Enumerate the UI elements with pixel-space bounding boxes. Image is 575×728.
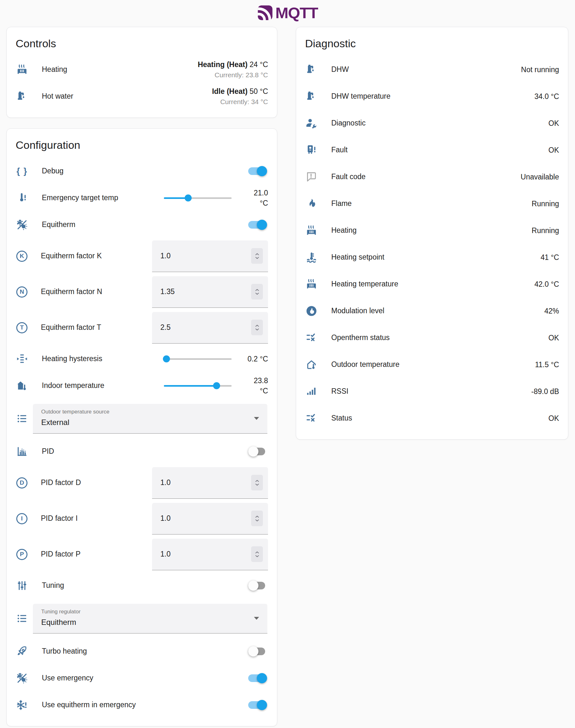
number-stepper[interactable] <box>251 511 263 526</box>
diagnostic-row-heating-temperature[interactable]: Heating temperature42.0 °C <box>305 271 559 298</box>
diagnostic-row-fault[interactable]: FaultOK <box>305 137 559 163</box>
row-label: PID factor I <box>41 514 152 523</box>
pid-factor-i-input[interactable]: 1.0 <box>152 503 268 535</box>
toggle-thumb <box>248 581 259 591</box>
diagnostic-row-fault-code[interactable]: Fault codeUnavailable <box>305 163 559 190</box>
climate-target-temp: 50 °C <box>247 87 268 96</box>
equitherm-factor-t-value: 2.5 <box>160 323 251 332</box>
diagnostic-row-heating-setpoint[interactable]: Heating setpoint41 °C <box>305 244 559 271</box>
heating-hysteresis-value: 0.2 °C <box>236 354 268 364</box>
radiator-icon <box>305 278 318 290</box>
number-stepper[interactable] <box>251 475 263 490</box>
slider-track <box>164 358 232 360</box>
row-label: Opentherm status <box>331 333 548 342</box>
opentherm-status-value: OK <box>548 334 559 342</box>
number-stepper[interactable] <box>251 546 263 562</box>
diagnostic-row-outdoor-temperature[interactable]: Outdoor temperature11.5 °C <box>305 351 559 378</box>
heating-temperature-value: 42.0 °C <box>534 280 559 289</box>
equitherm-factor-k-input[interactable]: 1.0 <box>152 241 268 272</box>
controls-card-title: Controls <box>15 37 268 50</box>
row-label: Use emergency <box>42 674 248 683</box>
diagnostic-row-flame[interactable]: FlameRunning <box>305 190 559 217</box>
diagnostic-row-diagnostic[interactable]: DiagnosticOK <box>305 110 559 137</box>
radiator-icon <box>305 224 318 236</box>
toggle-thumb <box>248 646 259 656</box>
diagnostic-row-modulation-level[interactable]: Modulation level42% <box>305 298 559 324</box>
slider-fill <box>164 385 216 387</box>
list-bulleted-icon <box>15 412 28 425</box>
modulation-level-value: 42% <box>544 307 559 316</box>
config-row-equitherm: Equitherm <box>15 211 268 238</box>
number-stepper[interactable] <box>251 284 263 299</box>
row-label: RSSI <box>331 387 531 396</box>
select-value: External <box>41 418 259 427</box>
emergency-target-temp-slider[interactable] <box>164 192 232 204</box>
dropdown-arrow-icon <box>254 417 259 420</box>
pid-toggle[interactable] <box>248 446 267 457</box>
control-row-hot-water[interactable]: Hot waterIdle (Heat) 50 °CCurrently: 34 … <box>15 83 268 110</box>
pid-factor-d-value: 1.0 <box>160 478 251 487</box>
controls-card: Controls HeatingHeating (Heat) 24 °CCurr… <box>6 27 277 118</box>
dropdown-arrow-icon <box>254 617 259 620</box>
row-label: Equitherm <box>42 220 248 229</box>
outdoor-temperature-value: 11.5 °C <box>535 361 559 369</box>
slider-thumb[interactable] <box>163 355 170 362</box>
row-label: DHW <box>331 65 521 74</box>
use-emergency-toggle[interactable] <box>248 673 267 684</box>
slider-thumb[interactable] <box>184 194 192 202</box>
row-label: Heating <box>331 226 532 235</box>
pid-factor-p-input[interactable]: 1.0 <box>152 539 268 570</box>
diagnostic-value: OK <box>548 119 559 128</box>
control-row-heating[interactable]: HeatingHeating (Heat) 24 °CCurrently: 23… <box>15 56 268 83</box>
heating-hysteresis-slider[interactable] <box>164 354 232 364</box>
list-status-icon <box>305 412 318 424</box>
tuning-regulator-select[interactable]: Tuning regulatorEquitherm <box>33 604 267 633</box>
row-label: Equitherm factor N <box>41 287 152 296</box>
config-row-equitherm-factor-n: NEquitherm factor N1.35 <box>15 274 268 310</box>
use-equitherm-in-emergency-toggle[interactable] <box>248 700 267 711</box>
thermometer-water-icon <box>305 251 318 263</box>
fire-circle-icon <box>305 305 318 317</box>
emergency-target-temp-value: 21.0°C <box>236 188 268 208</box>
mqtt-logo: MQTT <box>257 4 318 22</box>
content-columns: Controls HeatingHeating (Heat) 24 °CCurr… <box>0 27 575 726</box>
number-stepper[interactable] <box>251 248 263 264</box>
outdoor-temperature-source-select[interactable]: Outdoor temperature sourceExternal <box>33 404 267 434</box>
toggle-thumb <box>257 166 267 176</box>
climate-state: Heating (Heat) 24 °CCurrently: 23.8 °C <box>198 60 268 79</box>
config-row-pid-factor-p: PPID factor P1.0 <box>15 537 268 572</box>
config-row-indoor-temperature: Indoor temperature23.8°C <box>15 372 268 399</box>
equitherm-factor-n-input[interactable]: 1.35 <box>152 276 268 308</box>
climate-mode-text: Idle (Heat) <box>212 87 247 96</box>
row-label: Fault <box>331 146 548 154</box>
row-label: PID factor D <box>41 478 152 487</box>
equitherm-toggle[interactable] <box>248 219 267 230</box>
config-row-use-emergency: Use emergency <box>15 665 268 692</box>
home-thermometer-outline-icon <box>305 359 318 371</box>
row-label: Use equitherm in emergency <box>42 700 248 709</box>
diagnostic-row-status[interactable]: StatusOK <box>305 405 559 432</box>
indoor-temperature-slider[interactable] <box>164 380 232 391</box>
debug-toggle[interactable] <box>248 166 267 177</box>
diagnostic-card-title: Diagnostic <box>305 37 559 50</box>
tuning-toggle[interactable] <box>248 580 267 591</box>
row-label: Heating temperature <box>331 280 534 289</box>
row-label: Flame <box>331 199 532 208</box>
slider-thumb[interactable] <box>213 382 220 389</box>
climate-mode-text: Heating (Heat) <box>198 60 247 69</box>
configuration-card-title: Configuration <box>15 139 268 151</box>
diagnostic-row-dhw-temperature[interactable]: DHW temperature34.0 °C <box>305 83 559 110</box>
number-stepper[interactable] <box>251 320 263 335</box>
config-row-pid-factor-d: DPID factor D1.0 <box>15 465 268 501</box>
climate-target-temp: 24 °C <box>247 60 268 69</box>
diagnostic-row-rssi[interactable]: RSSI-89.0 dB <box>305 378 559 405</box>
row-label: Hot water <box>42 92 212 101</box>
mqtt-logo-text: MQTT <box>275 4 318 22</box>
diagnostic-row-opentherm-status[interactable]: Opentherm statusOK <box>305 324 559 351</box>
row-label: Equitherm factor T <box>41 323 152 332</box>
diagnostic-row-dhw[interactable]: DHWNot running <box>305 56 559 83</box>
diagnostic-row-heating[interactable]: HeatingRunning <box>305 217 559 244</box>
pid-factor-d-input[interactable]: 1.0 <box>152 467 268 499</box>
equitherm-factor-t-input[interactable]: 2.5 <box>152 312 268 343</box>
turbo-heating-toggle[interactable] <box>248 646 267 657</box>
